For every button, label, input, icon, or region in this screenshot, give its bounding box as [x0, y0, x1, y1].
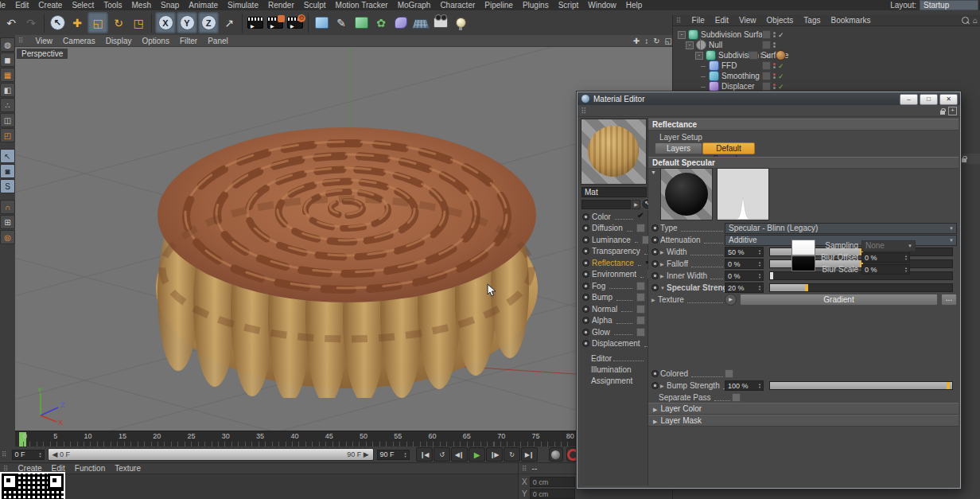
lock-icon[interactable] [962, 158, 966, 162]
tree-row-displacer[interactable]: – Displacer ✓ [673, 81, 980, 92]
animation-dot-icon[interactable] [582, 317, 589, 324]
tree-row-smoothing[interactable]: – Smoothing ✓ [673, 71, 980, 81]
close-button[interactable]: ✕ [939, 94, 958, 105]
material-manager-menu-item[interactable]: Texture [115, 464, 141, 473]
expand-icon[interactable]: - [695, 52, 703, 60]
end-frame-field[interactable]: 90 F ▲▼ [377, 450, 410, 460]
rotate-view-icon[interactable]: ↻ [653, 37, 659, 45]
visibility-dot[interactable] [773, 66, 776, 68]
menu-item[interactable]: Motion Tracker [335, 1, 389, 10]
viewport-menu-item[interactable]: View [36, 37, 53, 45]
blur-scale-field[interactable]: 0 % ▲▼ [861, 264, 910, 275]
animation-dot-icon[interactable] [582, 224, 589, 232]
mooncake-model[interactable] [148, 103, 546, 398]
layer-chip[interactable] [762, 41, 771, 49]
grip-icon[interactable]: ⠿ [676, 17, 682, 25]
layer-chip[interactable] [749, 51, 758, 60]
keyframe-selection-button[interactable] [549, 447, 563, 462]
viewport-menu-item[interactable]: Display [106, 37, 132, 45]
workplane-lock-icon[interactable]: ⊞ [0, 215, 15, 229]
minimize-button[interactable]: – [900, 94, 918, 105]
material-preview[interactable] [581, 119, 647, 185]
width-field[interactable]: 50 % ▲▼ [725, 247, 764, 257]
expand-icon[interactable]: - [686, 41, 694, 49]
last-tool-icon[interactable]: ◳ [129, 13, 148, 33]
menu-item[interactable]: Mesh [131, 1, 152, 10]
points-mode-icon[interactable]: ∴ [0, 98, 15, 112]
scale-tool-icon[interactable]: ◱ [88, 12, 108, 33]
animation-dot-icon[interactable] [651, 272, 659, 279]
visibility-dot[interactable] [773, 63, 776, 65]
toggle-panel-icon[interactable]: ◱ [665, 37, 672, 45]
maximize-button[interactable]: □ [920, 94, 938, 105]
visibility-dot[interactable] [773, 42, 776, 45]
expand-arrow-icon[interactable]: ▶ [651, 297, 656, 302]
add-icon[interactable]: + [948, 107, 957, 115]
menu-item[interactable]: Plugins [522, 1, 550, 10]
animation-dot-icon[interactable] [582, 236, 589, 244]
camera-icon[interactable] [431, 13, 450, 33]
visibility-dot[interactable] [760, 56, 763, 58]
make-editable-icon[interactable]: ◍ [0, 37, 15, 52]
sampling-dropdown[interactable]: None▼ [861, 240, 916, 251]
collapse-arrow-icon[interactable]: ▼ [651, 170, 656, 175]
bump-strength-slider[interactable] [769, 381, 953, 390]
expand-arrow-icon[interactable]: ▶ [660, 273, 665, 279]
pan-view-icon[interactable]: ✚ [633, 37, 640, 45]
enable-check-icon[interactable]: ✓ [778, 83, 784, 91]
previous-frame-button[interactable]: ◀❙ [451, 447, 468, 462]
preview-type-field[interactable] [581, 200, 631, 209]
separate-pass-checkbox[interactable] [732, 393, 741, 402]
render-settings-icon[interactable]: ⚙ [286, 13, 305, 33]
enable-check-icon[interactable]: ✓ [765, 52, 772, 60]
home-icon[interactable]: ⌂ [973, 16, 978, 25]
goto-end-button[interactable]: ▶❙ [521, 447, 538, 462]
expand-icon[interactable]: - [678, 31, 686, 39]
z-axis-lock-icon[interactable]: Z [198, 12, 219, 33]
material-manager-menu-item[interactable]: Function [75, 464, 105, 473]
coord-x-field[interactable]: 0 cm [530, 477, 575, 487]
menu-item[interactable]: Window [587, 1, 617, 10]
channel-checkbox[interactable] [636, 316, 645, 325]
goto-start-button[interactable]: ❙◀ [416, 447, 433, 462]
visibility-dot[interactable] [773, 87, 776, 89]
grip-icon[interactable]: ⠿ [18, 37, 24, 45]
collapse-arrow-icon[interactable]: ▼ [660, 286, 665, 290]
material-name-field[interactable]: Mat [581, 187, 647, 197]
add-cube-icon[interactable] [312, 13, 331, 33]
magnet-snap-icon[interactable]: ∩ [0, 200, 15, 214]
channel-checkbox[interactable] [636, 305, 645, 314]
play-backwards-button[interactable]: ↺ [434, 447, 450, 462]
tree-row-null[interactable]: - Null [673, 40, 980, 50]
channel-checkbox[interactable] [636, 293, 645, 302]
channel-row[interactable]: Color [581, 211, 647, 223]
selection-filter-icon[interactable]: ↖ [0, 149, 15, 163]
move-tool-icon[interactable]: ✚ [68, 13, 87, 33]
animation-dot-icon[interactable] [651, 260, 659, 267]
menu-item[interactable]: Create [37, 1, 63, 10]
menu-item[interactable]: File [0, 1, 6, 10]
enable-check-icon[interactable]: ✓ [778, 62, 784, 70]
visibility-dot[interactable] [773, 76, 776, 79]
layer-chip[interactable] [762, 30, 771, 39]
grip-icon[interactable]: ⠿ [522, 465, 527, 473]
menu-item[interactable]: Simulate [227, 1, 259, 10]
grip-icon[interactable]: ⠿ [2, 450, 7, 458]
timeline-ruler[interactable]: 05101520253035404550556065707580 [15, 431, 672, 447]
preview-type-arrow-icon[interactable]: ▶ [632, 200, 640, 209]
visibility-dot[interactable] [773, 73, 776, 76]
menu-item[interactable]: Edit [14, 1, 29, 10]
polygons-mode-icon[interactable]: ◰ [0, 128, 15, 142]
workplane-mode-icon[interactable]: ◧ [0, 83, 15, 97]
deformer-icon[interactable] [391, 13, 410, 33]
grip-icon[interactable]: ⠿ [3, 465, 9, 473]
animation-dot-icon[interactable] [582, 283, 589, 290]
tree-row-subdivision-surface-2[interactable]: - Subdivision Surface ✓ [673, 50, 980, 60]
channel-row[interactable]: Luminance [581, 234, 647, 246]
environment-icon[interactable] [411, 13, 430, 33]
enable-check-icon[interactable]: ✓ [778, 72, 784, 80]
menu-item[interactable]: Character [439, 1, 476, 10]
assignment-section[interactable]: Assignment [581, 375, 647, 386]
visibility-dot[interactable] [773, 84, 776, 86]
coord-y-field[interactable]: 0 cm [530, 489, 575, 499]
